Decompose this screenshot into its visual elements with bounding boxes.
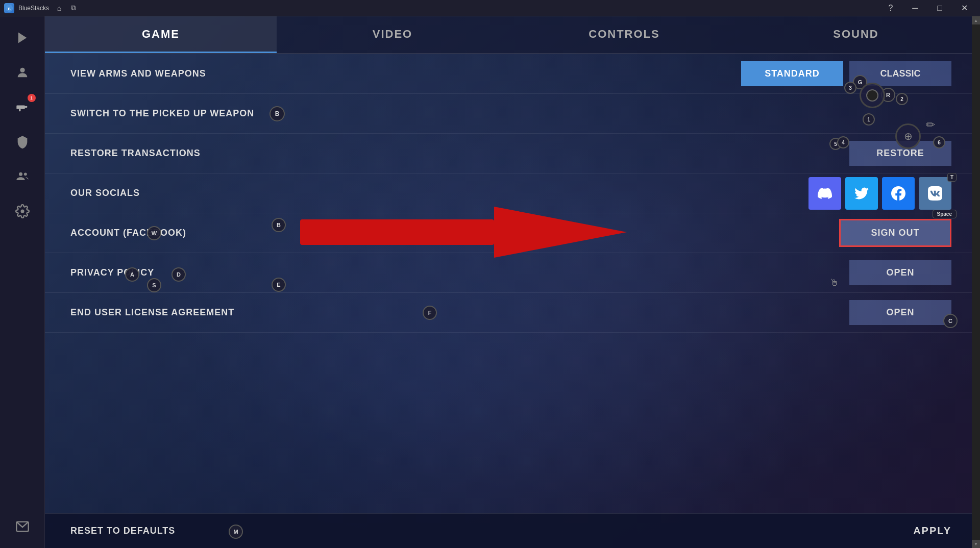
sidebar-item-settings[interactable]: [7, 196, 38, 227]
title-bar-left: B BlueStacks ⌂ ⧉: [4, 2, 80, 14]
setting-row-privacy: PRIVACY POLICY A D S E 🖱 OPEN: [45, 253, 972, 293]
right-scrollbar[interactable]: ▲ ▼: [972, 16, 980, 548]
key-w-badge: W: [147, 226, 161, 240]
svg-rect-4: [16, 106, 24, 109]
sign-out-controls: Space SIGN OUT: [839, 219, 951, 247]
annotation-arrow: [300, 207, 627, 260]
gun-badge: 1: [28, 94, 36, 102]
switch-weapon-label: SWITCH TO THE PICKED UP WEAPON: [70, 108, 254, 119]
scrollbar-track[interactable]: [972, 24, 980, 540]
title-bar-controls[interactable]: ? ─ □ ✕: [879, 0, 976, 16]
account-label: ACCOUNT (FACEBOOK): [70, 228, 186, 238]
key-t-badge: T: [947, 173, 957, 182]
svg-marker-12: [494, 207, 627, 258]
content-area: GAME VIDEO CONTROLS SOUND G R 2 3 1 ⊕: [45, 16, 972, 548]
svg-point-8: [23, 172, 27, 176]
vk-container: T: [919, 177, 951, 210]
key-f-badge: F: [423, 306, 437, 320]
apply-button[interactable]: APPLY: [913, 525, 951, 537]
maximize-button[interactable]: □: [928, 0, 951, 16]
discord-button[interactable]: [808, 177, 841, 210]
sidebar-item-shield[interactable]: [7, 127, 38, 157]
title-bar: B BlueStacks ⌂ ⧉ ? ─ □ ✕: [0, 0, 980, 16]
tab-controls[interactable]: CONTROLS: [508, 16, 740, 53]
key-b-badge: B: [270, 106, 285, 121]
key-a-badge: A: [125, 267, 139, 282]
key-m-badge: M: [229, 525, 243, 539]
svg-rect-5: [23, 106, 27, 108]
classic-button[interactable]: CLASSIC: [849, 61, 951, 86]
socials-label: OUR SOCIALS: [70, 188, 140, 198]
restore-label: RESTORE TRANSACTIONS: [70, 148, 201, 159]
svg-text:B: B: [8, 6, 10, 11]
app-logo: B: [4, 3, 14, 13]
app-title: BlueStacks: [18, 5, 49, 12]
setting-row-restore: RESTORE TRANSACTIONS 5 RESTORE: [45, 134, 972, 173]
sidebar-item-mail[interactable]: [7, 511, 38, 542]
setting-row-switch-weapon: SWITCH TO THE PICKED UP WEAPON B: [45, 94, 972, 134]
vk-button[interactable]: [919, 177, 951, 210]
social-buttons: T: [808, 177, 951, 210]
bottom-bar: RESET TO DEFAULTS M APPLY: [45, 513, 972, 548]
setting-row-view-arms: VIEW ARMS AND WEAPONS STANDARD CLASSIC: [45, 54, 972, 94]
key-e-badge: E: [272, 278, 286, 292]
setting-row-eula: END USER LICENSE AGREEMENT F C OPEN: [45, 293, 972, 333]
key-d-badge: D: [172, 267, 186, 282]
sidebar: 1: [0, 16, 45, 548]
title-bar-nav[interactable]: ⌂ ⧉: [53, 2, 80, 14]
key-b-badge2: B: [272, 218, 286, 232]
view-arms-label: VIEW ARMS AND WEAPONS: [70, 68, 206, 79]
setting-row-account: ACCOUNT (FACEBOOK) W B Space: [45, 213, 972, 253]
tab-video[interactable]: VIDEO: [277, 16, 508, 53]
sign-out-button[interactable]: SIGN OUT: [839, 219, 951, 247]
sidebar-item-profile[interactable]: [7, 57, 38, 88]
close-button[interactable]: ✕: [952, 0, 976, 16]
sidebar-item-gun[interactable]: 1: [7, 92, 38, 122]
key-space-badge: Space: [933, 210, 957, 218]
svg-point-9: [20, 210, 24, 213]
settings-list: VIEW ARMS AND WEAPONS STANDARD CLASSIC S…: [45, 54, 972, 513]
standard-button[interactable]: STANDARD: [741, 61, 843, 86]
scroll-down-button[interactable]: ▼: [972, 540, 980, 548]
tabs: GAME VIDEO CONTROLS SOUND: [45, 16, 972, 54]
setting-row-socials: OUR SOCIALS T: [45, 173, 972, 213]
sidebar-item-friends[interactable]: [7, 161, 38, 192]
restore-button[interactable]: RESTORE: [849, 141, 951, 166]
privacy-open-button[interactable]: OPEN: [849, 260, 951, 285]
tab-sound[interactable]: SOUND: [740, 16, 972, 53]
eula-label: END USER LICENSE AGREEMENT: [70, 307, 234, 318]
reset-label: RESET TO DEFAULTS: [70, 526, 175, 536]
main-container: 1 GAME VIDEO CONTROLS SOUND G: [0, 16, 980, 548]
facebook-button[interactable]: [882, 177, 915, 210]
svg-point-7: [19, 172, 22, 176]
svg-rect-11: [300, 219, 494, 245]
scroll-up-button[interactable]: ▲: [972, 16, 980, 24]
svg-marker-2: [18, 33, 26, 43]
nav-copy-button[interactable]: ⧉: [67, 2, 80, 14]
eula-open-button[interactable]: OPEN: [849, 300, 951, 325]
mouse-icon: 🖱: [830, 277, 839, 288]
svg-point-3: [20, 68, 24, 72]
nav-home-button[interactable]: ⌂: [53, 2, 65, 14]
sidebar-item-play[interactable]: [7, 22, 38, 53]
restore-controls: 5 RESTORE: [849, 141, 951, 166]
tab-game[interactable]: GAME: [45, 16, 277, 53]
minimize-button[interactable]: ─: [903, 0, 927, 16]
key-c-badge: C: [943, 314, 958, 328]
key-s-badge: S: [147, 278, 161, 292]
view-arms-controls: STANDARD CLASSIC: [741, 61, 951, 86]
svg-rect-6: [19, 109, 21, 112]
key-5-badge: 5: [829, 138, 842, 150]
twitter-button[interactable]: [845, 177, 878, 210]
privacy-label: PRIVACY POLICY: [70, 267, 154, 278]
help-button[interactable]: ?: [879, 0, 902, 16]
